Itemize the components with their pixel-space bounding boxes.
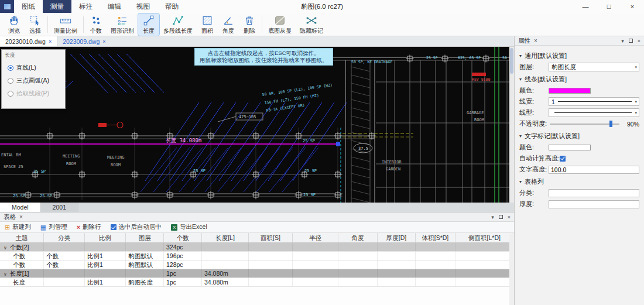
close-button[interactable]: × [621, 0, 644, 13]
table-cell [85, 269, 126, 277]
line-type-select[interactable]: ▾ [549, 108, 639, 117]
close-icon[interactable]: × [508, 214, 511, 220]
sheet-tab-1[interactable]: 2001 [41, 203, 78, 212]
menu-tab-4[interactable]: 视图 [129, 0, 157, 13]
property-group-header[interactable]: ▾文字标记[默认设置] [519, 132, 639, 140]
opacity-slider[interactable] [550, 120, 619, 128]
gray-icon [273, 14, 286, 27]
close-icon[interactable]: × [49, 39, 52, 44]
area-icon [201, 14, 214, 27]
panel-menu-icon[interactable]: ▾ [621, 38, 624, 44]
column-header: 分类 [44, 233, 85, 242]
ribbon-button-hide[interactable]: 隐藏标记 [296, 13, 327, 36]
panel-menu-icon[interactable]: ▾ [491, 214, 494, 220]
table-row[interactable]: 长度比例1豹图长度1pc34.080m [0, 278, 514, 287]
property-label: 颜色: [519, 143, 549, 152]
property-label: 文字高度: [519, 165, 549, 174]
ribbon-button-recognize[interactable]: 图形识别 [107, 13, 138, 36]
length-option-1[interactable]: 三点画弧(A) [8, 77, 65, 85]
table-row[interactable]: ∨长度[1]1pc34.080m [0, 269, 514, 278]
doc-tab-1[interactable]: 2023009.dwg× [57, 36, 111, 46]
table-cell [416, 243, 455, 251]
table-cell [378, 269, 416, 277]
toolbar-label: 列管理 [49, 223, 67, 231]
length-option-0[interactable]: 直线(L) [8, 64, 65, 72]
scrollbar-thumb[interactable] [510, 48, 513, 74]
property-group-header[interactable]: ▾表格列 [519, 177, 639, 186]
property-row-layer: 图层:豹图长度▾ [519, 63, 639, 71]
column-header: 图层 [126, 233, 164, 242]
toolbar-add-column[interactable]: ⊞新建列 [5, 223, 31, 231]
menu-tab-5[interactable]: 帮助 [157, 0, 186, 13]
sheet-tab-0[interactable]: Model [0, 203, 41, 212]
ribbon-button-area[interactable]: 面积 [197, 13, 218, 36]
pin-icon[interactable] [499, 215, 503, 219]
table-cell: 个数 [44, 261, 85, 269]
property-group-header[interactable]: ▾线条[默认设置] [519, 75, 639, 84]
category-input[interactable] [549, 189, 639, 197]
ribbon-button-polyline[interactable]: 多段线长度 [159, 13, 197, 36]
close-icon[interactable]: × [534, 37, 537, 44]
thickness-input[interactable] [549, 200, 639, 208]
cad-canvas[interactable]: 长度 34.080m25 SPMEETINGROOMMEETINGROOMINT… [0, 47, 514, 203]
table-toolbar: ⊞新建列▦列管理×删除行选中后自动居中X导出Excel [0, 222, 514, 233]
ribbon-toolbar: 浏览选择测量比例个数图形识别长度多段线长度面积角度删除底图灰显隐藏标记 [0, 13, 644, 36]
table-row[interactable]: 个数个数比例1豹图默认128pc [0, 261, 514, 269]
main-area: 20230010.dwg×2023009.dwg× 长度 34.080m25 S… [0, 36, 644, 305]
ribbon-button-angle[interactable]: 角度 [218, 13, 239, 36]
toolbar-column-manage[interactable]: ▦列管理 [40, 223, 67, 231]
table-cell: 豹图默认 [126, 252, 164, 260]
toolbar-checkbox-checked[interactable]: 选中后自动居中 [111, 223, 162, 231]
tooltip-line-2: 用鼠标滚轮缩放图纸，按住滚轮并拖动来平移图纸。 [200, 57, 328, 64]
table-cell [249, 269, 293, 277]
ribbon-button-select[interactable]: 选择 [25, 13, 46, 36]
ribbon-button-length[interactable]: 长度 [138, 13, 159, 36]
line-width-select[interactable]: 1▾ [549, 97, 639, 106]
property-row-line-type: 线型:▾ [519, 108, 639, 117]
close-icon[interactable]: × [102, 39, 105, 44]
menu-tab-3[interactable]: 编辑 [100, 0, 129, 13]
layer-select[interactable]: 豹图长度▾ [549, 63, 639, 71]
menu-tab-2[interactable]: 标注 [71, 0, 100, 13]
length-option-2[interactable]: 拾取线段(P) [8, 90, 65, 98]
property-row-category: 分类: [519, 189, 639, 197]
table-cell [44, 269, 85, 277]
column-header: 厚度[D] [378, 233, 416, 242]
table-vertical-scrollbar[interactable] [509, 234, 514, 305]
canvas-label: 25 SP [303, 193, 316, 197]
menu-tab-1[interactable]: 测量 [43, 0, 71, 13]
menu-tab-0[interactable]: 图纸 [14, 0, 43, 13]
ribbon-button-gray[interactable]: 底图灰显 [264, 13, 296, 36]
slider-thumb[interactable] [609, 121, 612, 127]
ribbon-button-count[interactable]: 个数 [85, 13, 107, 36]
text-color-swatch[interactable] [549, 145, 591, 150]
chevron-down-icon[interactable]: ∨ [4, 245, 7, 251]
close-icon[interactable]: × [19, 214, 23, 220]
doc-tab-0[interactable]: 20230010.dwg× [0, 36, 57, 46]
canvas-vertical-scrollbar[interactable] [509, 47, 514, 203]
ribbon-button-del[interactable]: 删除 [239, 13, 260, 36]
text-height-input[interactable] [549, 166, 639, 174]
canvas-label: 25 SP [13, 194, 25, 198]
table-cell [455, 278, 514, 286]
ribbon-button-scale[interactable]: 测量比例 [50, 13, 81, 36]
ribbon-button-hand[interactable]: 浏览 [4, 13, 25, 36]
angle-icon [222, 14, 235, 27]
property-group-header[interactable]: ▾通用[默认设置] [519, 52, 639, 60]
chevron-down-icon: ▾ [635, 100, 637, 104]
maximize-button[interactable]: □ [597, 0, 621, 13]
menu-tabs: 图纸测量标注编辑视图帮助 [14, 0, 186, 13]
polyline-icon [172, 14, 184, 27]
line-color-swatch[interactable] [549, 88, 591, 94]
table-row[interactable]: ∨个数[2]324pc [0, 243, 514, 252]
table-cell [455, 269, 514, 277]
close-icon[interactable]: × [638, 38, 640, 44]
table-cell [249, 243, 293, 251]
toolbar-excel[interactable]: X导出Excel [171, 223, 207, 231]
auto-height-checkbox[interactable] [560, 156, 566, 162]
minimize-button[interactable]: — [574, 0, 597, 13]
table-row[interactable]: 个数个数比例1豹图默认196pc [0, 252, 514, 261]
toolbar-delete-row[interactable]: ×删除行 [77, 223, 101, 231]
pin-icon[interactable] [629, 39, 633, 43]
chevron-down-icon[interactable]: ∨ [4, 272, 7, 277]
